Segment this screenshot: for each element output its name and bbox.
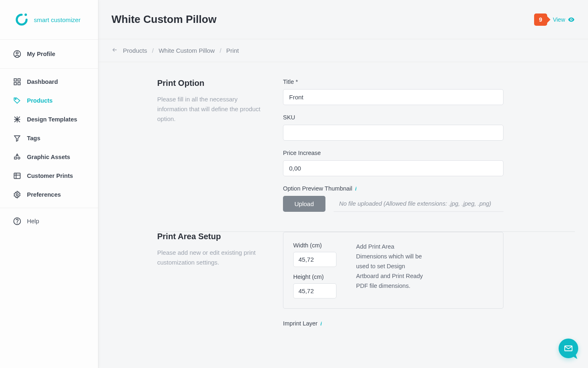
info-icon[interactable]: i — [321, 321, 322, 327]
title-input[interactable] — [283, 89, 503, 105]
brand-name: smart customizer — [34, 16, 80, 23]
notification-badge[interactable]: 9 — [534, 13, 547, 26]
main-content: White Custom Pillow 9 View Products / Wh… — [98, 0, 588, 368]
tag-icon — [13, 96, 21, 105]
view-link[interactable]: View — [553, 16, 575, 23]
sidebar-item-products[interactable]: Products — [0, 91, 98, 110]
sidebar-item-label: Preferences — [27, 191, 61, 198]
assets-icon — [13, 153, 21, 161]
templates-icon — [13, 115, 21, 123]
sidebar-item-customer-prints[interactable]: Customer Prints — [0, 166, 98, 185]
svg-rect-10 — [14, 173, 20, 178]
imprint-label: Imprint Layer i — [283, 320, 503, 327]
sidebar-item-label: Dashboard — [27, 79, 58, 85]
breadcrumb-item: Print — [226, 47, 239, 54]
dashboard-icon — [13, 78, 21, 86]
sidebar-item-tags[interactable]: Tags — [0, 129, 98, 148]
header-actions: 9 View — [534, 13, 575, 26]
chat-button[interactable] — [559, 339, 578, 358]
sidebar-item-label: Products — [27, 97, 53, 104]
breadcrumb-item[interactable]: White Custom Pillow — [158, 47, 215, 54]
page-header: White Custom Pillow 9 View — [98, 0, 588, 39]
view-label: View — [553, 16, 565, 23]
section-print-option: Print Option Please fill in all the nece… — [157, 79, 575, 231]
sidebar-item-label: Help — [27, 218, 39, 224]
gear-icon — [13, 191, 21, 199]
svg-point-15 — [17, 223, 18, 223]
section-description: Please add new or edit existing print cu… — [157, 248, 267, 267]
svg-point-7 — [15, 99, 16, 100]
section-description: Please fill in all the necessary informa… — [157, 94, 267, 124]
width-input[interactable] — [293, 252, 336, 267]
svg-rect-8 — [14, 157, 16, 159]
upload-button[interactable]: Upload — [283, 196, 325, 212]
breadcrumb-separator: / — [220, 47, 221, 54]
sidebar-item-label: Customer Prints — [27, 173, 73, 179]
sidebar-item-label: My Profile — [27, 51, 55, 57]
thumbnail-label: Option Preview Thumbnail i — [283, 185, 503, 192]
svg-rect-3 — [14, 79, 17, 81]
dimensions-box: Width (cm) Height (cm) Add Print Area Di… — [283, 232, 503, 309]
title-label: Title * — [283, 79, 503, 85]
logo-area[interactable]: smart customizer — [0, 0, 98, 40]
price-input[interactable] — [283, 160, 503, 176]
section-title: Print Option — [157, 79, 267, 88]
sidebar-item-label: Design Templates — [27, 116, 77, 123]
sidebar-item-graphic-assets[interactable]: Graphic Assets — [0, 148, 98, 166]
sidebar-item-design-templates[interactable]: Design Templates — [0, 110, 98, 129]
svg-point-0 — [24, 13, 27, 16]
svg-point-2 — [16, 52, 18, 54]
filter-icon — [13, 134, 21, 142]
sku-label: SKU — [283, 114, 503, 121]
section-print-area: Print Area Setup Please add new or edit … — [157, 232, 575, 350]
width-label: Width (cm) — [293, 242, 336, 249]
page-title: White Custom Pillow — [111, 13, 216, 26]
logo-icon — [14, 12, 29, 27]
svg-point-9 — [18, 157, 20, 159]
sidebar-item-label: Graphic Assets — [27, 154, 70, 160]
mail-icon — [564, 343, 573, 353]
info-icon[interactable]: i — [355, 186, 356, 192]
sidebar-item-preferences[interactable]: Preferences — [0, 185, 98, 204]
breadcrumb-item[interactable]: Products — [123, 47, 147, 54]
svg-rect-5 — [14, 83, 17, 85]
svg-point-13 — [16, 194, 18, 196]
price-label: Price Increase — [283, 150, 503, 156]
user-icon — [13, 50, 21, 58]
form-content: Print Option Please fill in all the nece… — [98, 62, 588, 368]
sidebar-item-profile[interactable]: My Profile — [0, 40, 98, 68]
svg-rect-4 — [18, 79, 20, 81]
help-icon — [13, 217, 21, 225]
height-input[interactable] — [293, 283, 336, 298]
back-arrow-icon[interactable] — [111, 47, 118, 54]
height-label: Height (cm) — [293, 274, 336, 280]
sidebar-item-help[interactable]: Help — [0, 212, 98, 231]
breadcrumb: Products / White Custom Pillow / Print — [98, 39, 588, 62]
breadcrumb-separator: / — [152, 47, 154, 54]
sidebar-item-dashboard[interactable]: Dashboard — [0, 72, 98, 91]
section-title: Print Area Setup — [157, 232, 267, 241]
sku-input[interactable] — [283, 125, 503, 141]
svg-rect-6 — [18, 83, 20, 85]
sidebar: smart customizer My Profile Dashboard Pr… — [0, 0, 98, 368]
prints-icon — [13, 172, 21, 180]
sidebar-item-label: Tags — [27, 135, 40, 141]
upload-status: No file uploaded (Allowed file extension… — [334, 196, 503, 212]
dimensions-description: Add Print Area Dimensions which will be … — [356, 242, 425, 298]
eye-icon — [568, 16, 575, 23]
